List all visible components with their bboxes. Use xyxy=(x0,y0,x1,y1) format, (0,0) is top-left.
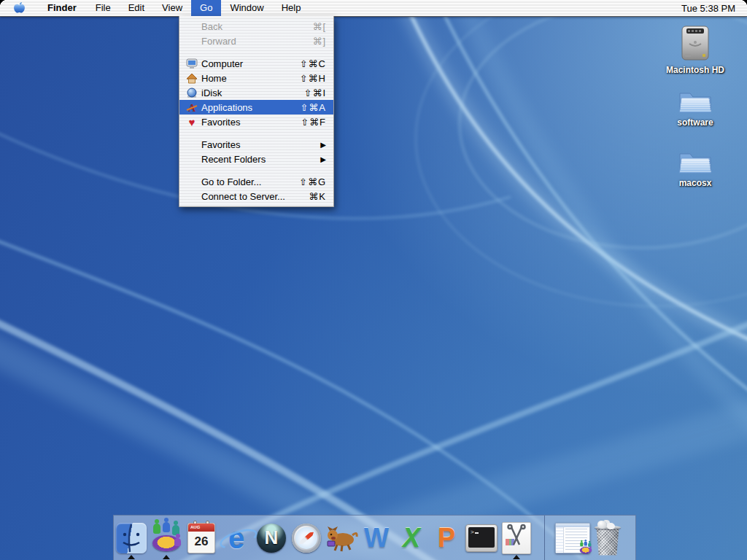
dock-item-internet-explorer[interactable]: e xyxy=(219,516,254,560)
hard-drive-icon xyxy=(678,25,712,63)
terminal-prompt: > xyxy=(471,529,474,535)
dock-item-calendar[interactable]: AUG 26 xyxy=(184,516,219,560)
dock-item-compass[interactable] xyxy=(289,516,324,560)
menu-item-label: Computer xyxy=(201,58,300,69)
menu-item-shortcut: ⇧⌘C xyxy=(300,58,326,69)
go-menu: Back⌘[Forward⌘] Computer⇧⌘C Home⇧⌘H iDis… xyxy=(179,16,334,207)
submenu-arrow-icon: ▶ xyxy=(320,141,326,149)
menu-item-label: Favorites xyxy=(201,117,301,128)
netscape-icon: N xyxy=(257,524,286,553)
trash-full-icon xyxy=(595,524,621,556)
running-indicator xyxy=(163,555,170,559)
go-menu-item-applications[interactable]: A Applications⇧⌘A xyxy=(179,100,333,114)
fetch-dog-icon xyxy=(325,524,358,553)
menu-separator xyxy=(179,129,333,137)
dock-item-finder[interactable] xyxy=(114,516,149,560)
go-menu-item-go-to-folder[interactable]: Go to Folder...⇧⌘G xyxy=(179,174,333,189)
desktop-icon-label: macosx xyxy=(655,178,735,188)
desktop-icon-macosx[interactable]: macosx xyxy=(655,147,735,188)
desktop-icon-label: software xyxy=(655,117,735,128)
word-icon: W xyxy=(364,524,389,553)
menubar-clock[interactable]: Tue 5:38 PM xyxy=(681,3,747,14)
menu-item-shortcut: ⇧⌘G xyxy=(299,176,326,187)
calendar-day: 26 xyxy=(188,532,214,553)
dock-item-minimized-window[interactable] xyxy=(555,516,590,560)
dock-item-netscape[interactable]: N xyxy=(254,516,289,560)
dock-item-powerpoint[interactable]: P xyxy=(429,516,464,560)
dock-item-trash-full[interactable] xyxy=(590,516,625,560)
go-menu-item-connect-to-server[interactable]: Connect to Server...⌘K xyxy=(179,189,333,203)
menu-item-shortcut: ⇧⌘F xyxy=(301,117,326,128)
menu-item-label: Recent Folders xyxy=(201,154,320,165)
menu-help[interactable]: Help xyxy=(273,0,310,16)
finder-icon xyxy=(116,523,147,553)
menu-view[interactable]: View xyxy=(153,0,191,16)
computer-icon xyxy=(186,58,198,69)
dock-item-word[interactable]: W xyxy=(359,516,394,560)
netscape-glyph: N xyxy=(265,526,279,549)
go-menu-item-computer[interactable]: Computer⇧⌘C xyxy=(179,56,333,71)
menu-item-shortcut: ⌘K xyxy=(309,191,326,202)
screen-corner-right xyxy=(740,0,747,7)
grab-scissors-icon xyxy=(502,522,531,554)
excel-icon: X xyxy=(403,524,420,553)
menu-item-label: Applications xyxy=(201,102,300,113)
go-menu-item-favorites[interactable]: ♥Favorites⇧⌘F xyxy=(179,114,333,129)
go-menu-item-idisk[interactable]: iDisk⇧⌘I xyxy=(179,85,333,100)
menu-item-shortcut: ⌘] xyxy=(312,36,326,47)
dock-item-grab-scissors[interactable] xyxy=(499,516,534,560)
desktop-icon-software[interactable]: software xyxy=(655,86,735,128)
folder-icon xyxy=(678,86,713,115)
menu-item-label: Back xyxy=(201,21,312,32)
powerpoint-icon: P xyxy=(438,524,455,553)
menubar-items: FinderFileEditViewGoWindowHelp xyxy=(37,0,309,16)
heart-icon: ♥ xyxy=(189,117,196,128)
menu-item-label: Favorites xyxy=(201,139,320,150)
dock-item-fetch-dog[interactable] xyxy=(324,516,359,560)
menu-file[interactable]: File xyxy=(87,0,120,16)
menu-item-shortcut: ⇧⌘A xyxy=(300,102,326,113)
desktop-icon-macintosh-hd[interactable]: Macintosh HD xyxy=(655,25,735,75)
go-menu-item-forward: Forward⌘] xyxy=(179,34,333,48)
dock-item-people-meeting[interactable] xyxy=(149,516,184,560)
menu-go[interactable]: Go xyxy=(191,0,221,16)
desktop-icon-label: Macintosh HD xyxy=(655,65,735,75)
screen-corner-left xyxy=(0,0,7,7)
calendar-icon: AUG 26 xyxy=(187,523,215,553)
menu-item-shortcut: ⇧⌘H xyxy=(300,73,326,84)
dock-separator xyxy=(544,516,545,560)
menu-finder[interactable]: Finder xyxy=(37,0,87,16)
go-menu-item-favorites[interactable]: Favorites▶ xyxy=(179,137,333,152)
go-menu-item-back: Back⌘[ xyxy=(179,19,333,34)
menu-separator xyxy=(179,48,333,56)
idisk-icon xyxy=(186,88,198,98)
dock: AUG 26 e N WXP > xyxy=(113,515,636,560)
dock-item-excel[interactable]: X xyxy=(394,516,429,560)
menu-item-label: Forward xyxy=(201,36,312,47)
menu-item-label: Home xyxy=(201,73,300,84)
minimized-window-icon xyxy=(555,523,590,553)
menu-item-label: Connect to Server... xyxy=(201,191,309,202)
menu-item-shortcut: ⇧⌘I xyxy=(303,88,326,98)
menu-separator xyxy=(179,166,333,174)
terminal-icon: > xyxy=(465,524,498,552)
applications-icon: A xyxy=(186,102,198,113)
menu-item-label: iDisk xyxy=(201,88,303,98)
dock-item-terminal[interactable]: > xyxy=(464,516,499,560)
home-icon xyxy=(186,73,198,84)
running-indicator xyxy=(513,555,520,559)
go-menu-item-home[interactable]: Home⇧⌘H xyxy=(179,71,333,85)
people-meeting-icon xyxy=(150,522,182,554)
menu-edit[interactable]: Edit xyxy=(120,0,153,16)
go-menu-item-recent-folders[interactable]: Recent Folders▶ xyxy=(179,152,333,166)
folder-icon xyxy=(678,147,713,176)
internet-explorer-icon: e xyxy=(220,522,252,554)
menu-window[interactable]: Window xyxy=(221,0,272,16)
menu-item-label: Go to Folder... xyxy=(201,176,299,187)
wallpaper-swirls xyxy=(0,0,747,560)
apple-logo-icon xyxy=(12,1,26,16)
menu-item-shortcut: ⌘[ xyxy=(312,21,326,32)
running-indicator xyxy=(128,555,135,559)
menu-bar: FinderFileEditViewGoWindowHelp Tue 5:38 … xyxy=(0,0,747,17)
compass-icon xyxy=(292,524,321,553)
